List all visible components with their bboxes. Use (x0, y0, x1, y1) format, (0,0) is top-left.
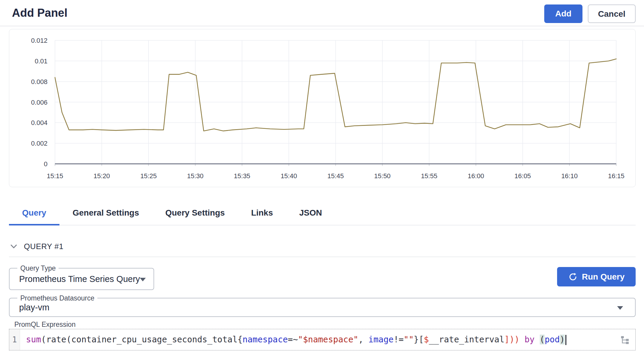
tab-general-settings[interactable]: General Settings (59, 201, 152, 225)
svg-text:16:00: 16:00 (468, 172, 484, 180)
chevron-down-icon[interactable] (9, 242, 19, 251)
svg-text:15:55: 15:55 (421, 172, 437, 180)
editor-code-area[interactable]: sum(rate(container_cpu_usage_seconds_tot… (20, 329, 635, 350)
chart-preview-panel: 15:1515:2015:2515:3015:3515:4015:4515:50… (9, 29, 636, 187)
svg-text:15:45: 15:45 (327, 172, 344, 180)
svg-text:0.006: 0.006 (31, 99, 47, 106)
svg-text:0.008: 0.008 (31, 78, 47, 86)
promql-code-editor[interactable]: 1 sum(rate(container_cpu_usage_seconds_t… (9, 329, 636, 350)
dialog-header: Add Panel Add Cancel (0, 0, 644, 26)
svg-text:15:15: 15:15 (47, 172, 63, 180)
svg-text:0.004: 0.004 (31, 119, 47, 126)
svg-text:15:20: 15:20 (93, 172, 110, 180)
add-button[interactable]: Add (544, 4, 582, 23)
query-type-value: Prometheus Time Series Query (19, 269, 136, 289)
dropdown-arrow-icon (617, 306, 623, 310)
tab-query[interactable]: Query (9, 201, 59, 225)
timeseries-chart[interactable]: 15:1515:2015:2515:3015:3515:4015:4515:50… (9, 29, 635, 187)
text-cursor (565, 335, 566, 345)
run-query-button[interactable]: Run Query (557, 267, 636, 286)
page-title: Add Panel (12, 0, 68, 26)
query-section-title: QUERY #1 (24, 242, 63, 251)
promql-expression-label: PromQL Expression (14, 321, 76, 329)
divider (9, 257, 636, 257)
editor-gutter: 1 (9, 329, 20, 350)
tab-json[interactable]: JSON (286, 201, 335, 225)
svg-text:15:50: 15:50 (374, 172, 391, 180)
cancel-button[interactable]: Cancel (588, 4, 636, 23)
datasource-select[interactable]: Prometheus Datasource play-vm (9, 298, 636, 317)
settings-tabs: Query General Settings Query Settings Li… (9, 201, 636, 225)
svg-text:16:15: 16:15 (608, 172, 624, 180)
dropdown-arrow-icon (140, 278, 146, 281)
svg-text:15:25: 15:25 (140, 172, 157, 180)
svg-text:0.012: 0.012 (31, 37, 47, 44)
datasource-value: play-vm (19, 298, 617, 316)
svg-text:15:40: 15:40 (280, 172, 297, 180)
tab-query-settings[interactable]: Query Settings (152, 201, 238, 225)
query-type-select[interactable]: Query Type Prometheus Time Series Query (9, 268, 154, 290)
refresh-icon (568, 272, 578, 282)
svg-text:16:05: 16:05 (514, 172, 531, 180)
svg-text:15:35: 15:35 (234, 172, 250, 180)
svg-text:0.01: 0.01 (35, 57, 47, 65)
svg-text:15:30: 15:30 (187, 172, 203, 180)
svg-text:0: 0 (44, 160, 47, 168)
tab-links[interactable]: Links (238, 201, 286, 225)
svg-text:16:10: 16:10 (561, 172, 578, 180)
svg-text:0.002: 0.002 (31, 140, 47, 147)
line-number: 1 (12, 335, 17, 344)
query-section-header[interactable]: QUERY #1 (9, 239, 63, 254)
promql-code-line: sum(rate(container_cpu_usage_seconds_tot… (26, 329, 566, 350)
tree-view-icon[interactable] (620, 335, 630, 345)
run-query-label: Run Query (582, 272, 625, 282)
